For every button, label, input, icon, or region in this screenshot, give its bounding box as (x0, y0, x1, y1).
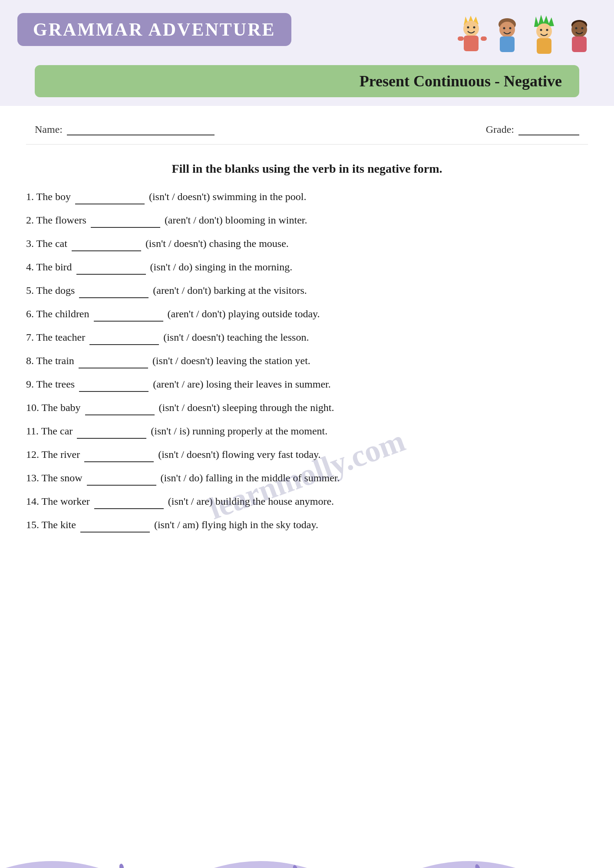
question-item-4: 4. The bird (isn't / do) singing in the … (26, 259, 579, 275)
question-item-10: 10. The baby (isn't / doesn't) sleeping … (26, 400, 579, 415)
question-rest: leaving the station yet. (216, 355, 310, 366)
question-number: 11. (26, 425, 39, 437)
question-item-13: 13. The snow (isn't / do) falling in the… (26, 470, 579, 486)
question-options: (isn't / doesn't) (159, 402, 220, 413)
question-blank-6 (94, 310, 163, 322)
question-options: (aren't / don't) (153, 285, 211, 296)
question-rest: falling in the middle of summer. (205, 472, 340, 483)
question-subject: The dogs (36, 285, 75, 296)
svg-rect-11 (500, 36, 515, 52)
title-badge: GRAMMAR ADVENTURE (17, 13, 291, 46)
question-number: 8. (26, 355, 34, 366)
page: GRAMMAR ADVENTURE (0, 0, 614, 868)
svg-point-1 (463, 21, 479, 36)
question-item-12: 12. The river (isn't / doesn't) flowing … (26, 447, 579, 462)
name-field: Name: (35, 123, 215, 135)
question-blank-5 (79, 287, 149, 298)
question-options: (aren't / don't) (165, 214, 223, 226)
question-blank-4 (76, 263, 146, 275)
svg-rect-16 (537, 38, 551, 54)
grade-field: Grade: (486, 123, 579, 135)
question-blank-10 (85, 404, 155, 415)
question-blank-15 (80, 521, 150, 533)
name-grade-row: Name: Grade: (0, 106, 614, 140)
name-underline (67, 123, 215, 135)
question-rest: losing their leaves in summer. (206, 378, 330, 390)
question-subject: The bird (36, 261, 72, 273)
svg-rect-5 (458, 36, 464, 41)
question-item-3: 3. The cat (isn't / doesn't) chasing the… (26, 236, 579, 251)
subtitle-banner: Present Continuous - Negative (35, 65, 579, 97)
question-item-2: 2. The flowers (aren't / don't) blooming… (26, 212, 579, 228)
question-rest: blooming in winter. (225, 214, 307, 226)
question-number: 6. (26, 308, 34, 319)
question-options: (isn't / are) (168, 496, 213, 507)
question-item-14: 14. The worker (isn't / are) building th… (26, 493, 579, 509)
question-blank-11 (77, 427, 146, 439)
question-subject: The train (36, 355, 74, 366)
question-blank-1 (75, 193, 145, 204)
question-rest: chasing the mouse. (209, 238, 289, 249)
question-rest: playing outside today. (228, 308, 320, 319)
svg-point-23 (119, 863, 125, 868)
question-rest: singing in the morning. (195, 261, 292, 273)
questions-list: 1. The boy (isn't / doesn't) swimming in… (0, 184, 614, 558)
question-number: 10. (26, 402, 39, 413)
question-number: 5. (26, 285, 34, 296)
grade-underline (518, 123, 579, 135)
question-subject: The car (41, 425, 73, 437)
question-options: (aren't / don't) (168, 308, 226, 319)
name-label: Name: (35, 124, 63, 135)
divider (26, 144, 588, 145)
svg-point-3 (473, 26, 475, 29)
svg-point-18 (571, 22, 587, 37)
content-area: Name: Grade: Fill in the blanks using th… (0, 106, 614, 844)
question-item-8: 8. The train (isn't / doesn't) leaving t… (26, 353, 579, 368)
question-rest: flying high in the sky today. (201, 519, 318, 530)
question-subject: The worker (42, 496, 90, 507)
svg-rect-6 (481, 36, 487, 41)
svg-point-15 (546, 29, 548, 31)
instructions: Fill in the blanks using the verb in its… (0, 149, 614, 184)
question-blank-8 (79, 357, 148, 368)
question-subject: The trees (36, 378, 75, 390)
question-blank-13 (87, 474, 156, 486)
question-rest: flowing very fast today. (222, 449, 321, 460)
question-options: (isn't / doesn't) (152, 355, 214, 366)
svg-point-10 (509, 27, 512, 30)
svg-rect-4 (464, 36, 479, 51)
kid-2-icon (492, 13, 525, 56)
instructions-text: Fill in the blanks using the verb in its… (172, 162, 442, 175)
svg-point-19 (575, 27, 578, 30)
question-number: 7. (26, 332, 34, 343)
question-subject: The snow (42, 472, 83, 483)
grade-label: Grade: (486, 124, 514, 135)
question-blank-9 (79, 381, 149, 392)
svg-point-13 (536, 23, 552, 39)
question-blank-12 (84, 451, 154, 462)
question-options: (isn't / doesn't) (149, 191, 210, 202)
question-number: 15. (26, 519, 39, 530)
question-subject: The baby (42, 402, 81, 413)
kid-4-icon (564, 13, 597, 56)
question-number: 1. (26, 191, 34, 202)
question-blank-14 (94, 498, 164, 509)
question-options: (isn't / do) (150, 261, 193, 273)
question-number: 14. (26, 496, 39, 507)
question-subject: The children (36, 308, 89, 319)
question-item-5: 5. The dogs (aren't / don't) barking at … (26, 283, 579, 298)
question-rest: running properly at the moment. (192, 425, 327, 437)
question-options: (isn't / am) (154, 519, 199, 530)
question-blank-7 (89, 334, 159, 345)
svg-point-2 (467, 26, 469, 29)
wave-svg (0, 844, 614, 868)
question-rest: sleeping through the night. (222, 402, 334, 413)
question-options: (isn't / doesn't) (145, 238, 207, 249)
question-subject: The boy (36, 191, 71, 202)
question-number: 9. (26, 378, 34, 390)
question-rest: teaching the lesson. (227, 332, 309, 343)
kid-1-icon (456, 13, 489, 56)
subtitle-area: Present Continuous - Negative (0, 61, 614, 106)
question-subject: The kite (42, 519, 76, 530)
question-blank-3 (72, 240, 141, 251)
